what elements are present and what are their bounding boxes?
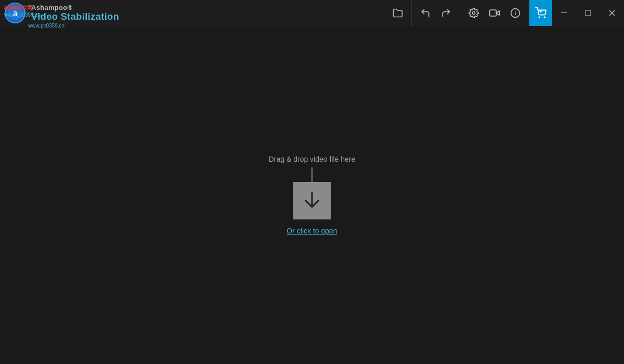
app-logo: a (4, 2, 26, 24)
title-bar-right (384, 0, 624, 26)
drop-box[interactable] (293, 182, 331, 219)
minimize-button[interactable] (552, 0, 576, 26)
svg-text:a: a (13, 8, 18, 18)
history-section (412, 0, 460, 26)
title-bar-left: a Ashampoo® Video Stabilization (0, 2, 119, 24)
export-button[interactable] (485, 4, 504, 22)
redo-button[interactable] (437, 4, 456, 22)
drop-zone[interactable]: Drag & drop video file here Or click to … (269, 155, 356, 235)
cart-button[interactable] (529, 0, 552, 26)
svg-point-4 (473, 12, 475, 15)
undo-button[interactable] (416, 4, 435, 22)
tools-section (460, 0, 529, 26)
app-name-block: Ashampoo® Video Stabilization (31, 4, 119, 22)
main-area: Drag & drop video file here Or click to … (0, 26, 624, 364)
click-to-open-link[interactable]: Or click to open (287, 227, 337, 235)
download-arrow-icon (302, 190, 322, 211)
open-file-button[interactable] (388, 4, 407, 22)
window-controls (552, 0, 624, 26)
drag-drop-text: Drag & drop video file here (269, 155, 356, 163)
app-main-name: Video Stabilization (31, 11, 119, 22)
svg-rect-14 (561, 12, 567, 13)
svg-rect-6 (490, 10, 497, 16)
settings-button[interactable] (464, 4, 483, 22)
svg-marker-5 (496, 11, 499, 15)
svg-point-10 (539, 17, 540, 18)
info-button[interactable] (506, 4, 525, 22)
maximize-button[interactable] (576, 0, 600, 26)
svg-point-11 (544, 17, 545, 18)
file-section (384, 0, 412, 26)
title-bar: a Ashampoo® Video Stabilization (0, 0, 624, 26)
close-button[interactable] (600, 0, 624, 26)
app-brand-name: Ashampoo® (31, 4, 119, 11)
svg-rect-15 (586, 10, 591, 16)
drop-line-connector (311, 167, 313, 182)
